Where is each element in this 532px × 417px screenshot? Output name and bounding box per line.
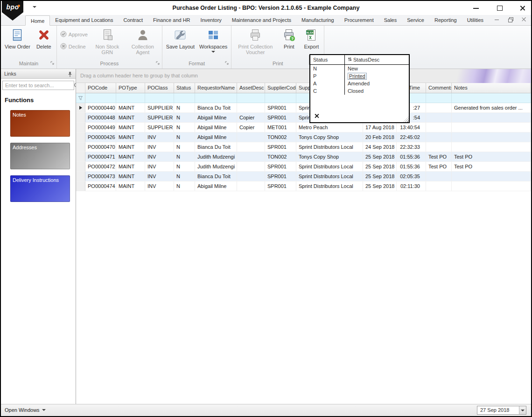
column-header-potype[interactable]: POType bbox=[116, 83, 145, 93]
filter-cell-requestorname[interactable] bbox=[195, 93, 237, 103]
cell-time: 22:45:02 bbox=[397, 132, 426, 142]
print-collection-voucher-button[interactable]: Print Collection Voucher bbox=[233, 27, 278, 60]
mdi-restore-icon[interactable] bbox=[508, 17, 513, 22]
open-windows-button[interactable]: Open Windows bbox=[5, 407, 46, 413]
cell-poclass: INV bbox=[145, 181, 174, 191]
column-header-suppliercode[interactable]: SupplierCode bbox=[265, 83, 296, 93]
function-button-addresses[interactable]: Addresses bbox=[10, 143, 70, 169]
grid-row-PO0000470[interactable]: PO0000470MAINTINVNBianca Du ToitSPR001Sp… bbox=[76, 142, 531, 152]
group-by-hint: Drag a column header here to group by th… bbox=[80, 73, 198, 78]
grid-row-PO0000448[interactable]: PO0000448MAINTSUPPLIERNAbigail MilneCopi… bbox=[76, 113, 531, 123]
cell-notes bbox=[452, 181, 531, 191]
non-stock-grn-button[interactable]: Non Stock GRN bbox=[90, 27, 125, 60]
row-indicator bbox=[76, 162, 85, 171]
cell-suppliercode: MET001 bbox=[265, 123, 296, 132]
cell-status: N bbox=[174, 172, 195, 181]
column-header-requestorname[interactable]: RequestorName bbox=[195, 83, 237, 93]
approve-button[interactable]: Approve bbox=[60, 30, 88, 39]
dialog-launcher-icon[interactable] bbox=[50, 60, 54, 67]
cell-status: N bbox=[174, 113, 195, 122]
function-button-notes[interactable]: Notes bbox=[10, 110, 70, 137]
tab-equipment-and-locations[interactable]: Equipment and Locations bbox=[50, 15, 118, 25]
pin-icon[interactable] bbox=[67, 71, 73, 80]
minimize-icon[interactable] bbox=[472, 4, 480, 12]
tab-procurement[interactable]: Procurement bbox=[339, 15, 379, 25]
save-layout-button[interactable]: Save Layout bbox=[164, 27, 197, 60]
date-picker-dropdown-icon[interactable] bbox=[519, 406, 526, 414]
print-button[interactable]: ? Print bbox=[278, 27, 300, 60]
column-header-pocode[interactable]: POCode bbox=[85, 83, 116, 93]
filter-cell-potype[interactable] bbox=[116, 93, 145, 103]
row-indicator bbox=[76, 113, 85, 122]
cell-status: N bbox=[174, 132, 195, 142]
popup-row-n[interactable]: NNew bbox=[310, 65, 409, 72]
tab-maintenance-and-projects[interactable]: Maintenance and Projects bbox=[227, 15, 296, 25]
cell-notes: Generated from sales order ... bbox=[452, 103, 531, 112]
popup-column-status[interactable]: Status bbox=[310, 55, 345, 64]
delete-button[interactable]: Delete bbox=[33, 27, 55, 60]
cell-suppliercode: SPR001 bbox=[265, 142, 296, 152]
tab-finance-and-hr[interactable]: Finance and HR bbox=[148, 15, 196, 25]
popup-row-c[interactable]: CClosed bbox=[310, 87, 409, 95]
filter-cell-pocode[interactable] bbox=[85, 93, 116, 103]
cell-status: N bbox=[174, 181, 195, 191]
cell-potype: MAINT bbox=[116, 181, 145, 191]
cell-poclass: INV bbox=[145, 172, 174, 181]
cell-time: 02:05:35 bbox=[397, 172, 426, 181]
mdi-minimize-icon[interactable] bbox=[494, 17, 499, 22]
grid-row-PO0000474[interactable]: PO0000474MAINTINVNAbigail MilneSPR001Spr… bbox=[76, 181, 531, 191]
grid-row-PO0000473[interactable]: PO0000473MAINTINVNBianca Du ToitSPR001Sp… bbox=[76, 172, 531, 181]
links-panel-title: Links bbox=[4, 71, 16, 76]
tab-home[interactable]: Home bbox=[25, 15, 50, 26]
quick-access-dropdown-icon[interactable] bbox=[33, 6, 36, 8]
tab-service[interactable]: Service bbox=[402, 15, 429, 25]
cell-comments bbox=[426, 132, 452, 142]
cell-suppliername: Sprint Distributors Local bbox=[296, 142, 363, 152]
grid-row-PO0000449[interactable]: PO0000449MAINTSUPPLIERNAbigail MilneCopi… bbox=[76, 123, 531, 132]
search-input[interactable] bbox=[3, 81, 74, 90]
collection-agent-button[interactable]: Collection Agent bbox=[125, 27, 161, 60]
tab-utilities[interactable]: Utilities bbox=[462, 15, 489, 25]
grid-header-row: POCodePOTypePOClassStatusRequestorNameAs… bbox=[76, 83, 531, 93]
filter-cell-notes[interactable] bbox=[452, 93, 531, 103]
filter-cell-suppliercode[interactable] bbox=[265, 93, 296, 103]
popup-row-a[interactable]: AAmended bbox=[310, 80, 409, 87]
non-stock-grn-icon bbox=[101, 28, 114, 42]
grid-row-PO0000440[interactable]: PO0000440MAINTSUPPLIERNBianca Du ToitSPR… bbox=[76, 103, 531, 113]
tab-contract[interactable]: Contract bbox=[119, 15, 148, 25]
resize-grip[interactable] bbox=[403, 117, 409, 122]
column-header-assetdesc[interactable]: AssetDesc bbox=[237, 83, 265, 93]
decline-button[interactable]: Decline bbox=[60, 42, 88, 51]
view-order-button[interactable]: View Order bbox=[2, 27, 33, 60]
filter-cell-poclass[interactable] bbox=[145, 93, 174, 103]
workspaces-button[interactable]: Workspaces bbox=[197, 27, 230, 60]
function-button-delivery-instructions[interactable]: Delivery Instructions bbox=[10, 175, 70, 202]
grid-row-PO0000471[interactable]: PO0000471MAINTINVNJudith MudzengiTON002T… bbox=[76, 152, 531, 162]
filter-cell-assetdesc[interactable] bbox=[237, 93, 265, 103]
grid-row-PO0000472[interactable]: PO0000472MAINTINVNJudith MudzengiSPR001S… bbox=[76, 162, 531, 172]
column-header-notes[interactable]: Notes bbox=[452, 83, 531, 93]
delete-icon bbox=[37, 28, 50, 42]
group-by-band[interactable]: Drag a column header here to group by th… bbox=[76, 69, 531, 83]
mdi-close-icon[interactable] bbox=[521, 17, 526, 22]
tab-inventory[interactable]: Inventory bbox=[196, 15, 227, 25]
popup-row-p[interactable]: PPrinted bbox=[310, 72, 409, 80]
popup-column-statusdesc[interactable]: StatusDesc bbox=[345, 55, 409, 64]
column-header-comments[interactable]: Comments bbox=[426, 83, 452, 93]
grid-row-PO0000426[interactable]: PO0000426MAINTINVNAbigail MilneTON002Ton… bbox=[76, 132, 531, 142]
date-picker[interactable]: 27 Sep 2018 bbox=[477, 406, 526, 415]
tab-manufacturing[interactable]: Manufacturing bbox=[296, 15, 339, 25]
close-icon[interactable] bbox=[519, 4, 526, 12]
clear-filter-icon[interactable] bbox=[314, 113, 319, 118]
dialog-launcher-icon[interactable] bbox=[225, 60, 229, 67]
dialog-launcher-icon[interactable] bbox=[156, 60, 160, 67]
tab-reporting[interactable]: Reporting bbox=[429, 15, 462, 25]
svg-text:XLSX: XLSX bbox=[306, 31, 314, 34]
column-header-status[interactable]: Status bbox=[174, 83, 195, 93]
filter-cell-status[interactable] bbox=[174, 93, 195, 103]
column-header-poclass[interactable]: POClass bbox=[145, 83, 174, 93]
tab-sales[interactable]: Sales bbox=[379, 15, 402, 25]
maximize-icon[interactable] bbox=[496, 4, 503, 12]
filter-cell-comments[interactable] bbox=[426, 93, 452, 103]
cell-pocode: PO0000471 bbox=[85, 152, 116, 161]
